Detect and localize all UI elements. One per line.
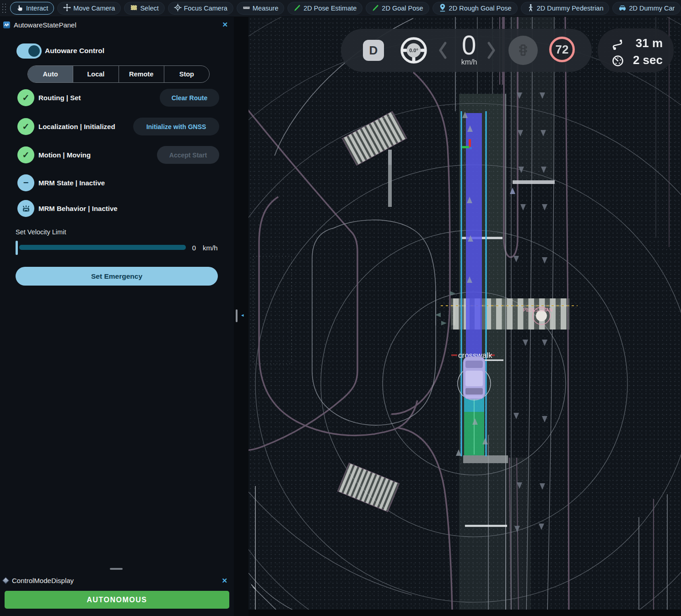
panel-title-row: AutowareStatePanel — [3, 21, 76, 29]
tb-button-2d-pose-estimate[interactable]: 2D Pose Estimate — [287, 2, 362, 15]
velocity-slider-track[interactable] — [19, 245, 186, 250]
viewport-bottom-edge — [249, 610, 681, 616]
steering-angle-value: 0.0° — [409, 48, 418, 53]
motion-status-label: Motion | Moving — [38, 146, 91, 163]
crosswalk-stripes-bottom-left — [338, 463, 399, 512]
mrm-state-label: MRM State | Inactive — [38, 174, 105, 191]
mrm-state-icon: − — [17, 174, 34, 191]
map-scene: PEDESTRIAN crosswalk — [249, 17, 681, 616]
route-distance-value: 31 m — [636, 36, 663, 50]
tb-label: Move Camera — [73, 5, 115, 12]
steering-wheel-icon: 0.0° — [399, 36, 428, 65]
control-mode-title-row: ControlModeDisplay — [3, 577, 74, 584]
hand-icon — [16, 4, 24, 13]
tb-button-focus-camera[interactable]: Focus Camera — [168, 2, 233, 15]
velocity-limit-label: Set Velocity Limit — [16, 228, 66, 236]
route-time-value: 2 sec — [633, 53, 663, 67]
route-distance-icon — [611, 38, 625, 53]
close-icon[interactable]: ✕ — [222, 21, 228, 29]
clear-route-button[interactable]: Clear Route — [160, 89, 219, 107]
pedestrian-label: PEDESTRIAN — [523, 308, 552, 313]
autoware-panel-icon — [3, 22, 10, 28]
rviz-3d-viewport[interactable]: PEDESTRIAN crosswalk D 0.0° — [249, 17, 681, 616]
routing-status-icon: ✓ — [17, 89, 34, 106]
tb-label: 2D Rough Goal Pose — [449, 5, 512, 12]
toggle-knob — [28, 45, 40, 57]
autoware-control-toggle[interactable] — [16, 43, 42, 59]
mrm-behavior-label: MRM Behavior | Inactive — [38, 200, 118, 217]
localization-status-icon: ✓ — [17, 118, 34, 135]
set-emergency-button[interactable]: Set Emergency — [16, 267, 218, 286]
tb-label: Measure — [253, 5, 278, 12]
crosswalk-stripes-top-left — [342, 112, 406, 165]
tb-button-select[interactable]: Select — [124, 2, 164, 15]
tb-button-2d-rough-goal-pose[interactable]: 2D Rough Goal Pose — [432, 2, 518, 15]
green-pen-icon — [293, 4, 301, 13]
rviz-toolbar: Interact Move Camera Select Focus Camera… — [0, 0, 681, 17]
speed-display: 0 km/h — [450, 32, 488, 66]
traffic-light-icon — [508, 36, 538, 65]
ruler-icon — [243, 4, 250, 13]
operation-mode-segmented: Auto Local Remote Stop — [27, 65, 210, 83]
pedestrian-icon — [527, 4, 535, 13]
control-mode-panel: ControlModeDisplay ✕ AUTONOMOUS — [0, 572, 234, 616]
velocity-unit: km/h — [203, 244, 218, 252]
panel-resize-handle[interactable] — [110, 568, 123, 570]
toolbar-drag-handle-icon[interactable] — [1, 2, 7, 15]
focus-crosshair-icon — [174, 4, 182, 13]
mrm-behavior-icon — [17, 200, 34, 217]
route-time-icon — [611, 54, 625, 69]
close-icon[interactable]: ✕ — [222, 577, 227, 585]
panel-map-divider: ◂ — [234, 17, 249, 616]
panel-title: AutowareStatePanel — [14, 21, 76, 29]
initialize-gnss-button[interactable]: Initialize with GNSS — [133, 118, 219, 135]
tb-button-2d-dummy-car[interactable]: 2D Dummy Car — [612, 2, 681, 15]
route-info-hud: 31 m 2 sec — [598, 28, 674, 72]
vehicle-hud: D 0.0° 0 km/h 72 — [341, 29, 592, 72]
tb-button-measure[interactable]: Measure — [237, 2, 284, 15]
speed-value: 0 — [462, 32, 476, 59]
mode-remote[interactable]: Remote — [119, 66, 164, 82]
localization-status-label: Localization | Initialized — [38, 118, 115, 135]
motion-status-icon: ✓ — [17, 146, 34, 163]
velocity-value: 0 — [189, 244, 200, 252]
velocity-slider-handle[interactable] — [16, 241, 18, 255]
tb-button-2d-goal-pose[interactable]: 2D Goal Pose — [366, 2, 429, 15]
gear-indicator: D — [363, 40, 384, 61]
tb-label: Focus Camera — [184, 5, 227, 12]
control-mode-title: ControlModeDisplay — [12, 577, 74, 584]
tb-label: 2D Goal Pose — [382, 5, 423, 12]
green-pen-icon — [372, 4, 379, 13]
car-icon — [618, 4, 627, 13]
tb-label: Interact — [26, 5, 48, 12]
tb-button-move-camera[interactable]: Move Camera — [57, 2, 121, 15]
mode-auto[interactable]: Auto — [28, 66, 73, 82]
move-icon — [63, 4, 71, 13]
select-rect-icon — [130, 4, 138, 13]
accept-start-button[interactable]: Accept Start — [157, 146, 219, 164]
routing-status-label: Routing | Set — [38, 89, 81, 106]
tb-label: 2D Pose Estimate — [303, 5, 357, 12]
control-mode-panel-icon — [2, 577, 10, 584]
collapse-panel-icon[interactable]: ◂ — [241, 312, 244, 318]
tb-label: 2D Dummy Car — [629, 5, 675, 12]
chevron-left-icon — [438, 42, 447, 59]
mode-stop[interactable]: Stop — [164, 66, 209, 82]
chevron-right-icon — [487, 42, 496, 59]
divider-drag-handle[interactable] — [236, 309, 238, 322]
autoware-control-label: Autoware Control — [45, 47, 104, 55]
tb-button-interact[interactable]: Interact — [10, 2, 54, 15]
map-pin-icon — [438, 3, 447, 13]
mode-local[interactable]: Local — [73, 66, 118, 82]
autoware-state-panel: AutowareStatePanel ✕ Autoware Control Au… — [0, 17, 234, 616]
speed-limit-badge: 72 — [549, 37, 575, 62]
tb-button-2d-dummy-pedestrian[interactable]: 2D Dummy Pedestrian — [521, 2, 610, 15]
autonomous-mode-badge: AUTONOMOUS — [5, 591, 229, 609]
tb-label: Select — [140, 5, 158, 12]
tb-label: 2D Dummy Pedestrian — [537, 5, 604, 12]
